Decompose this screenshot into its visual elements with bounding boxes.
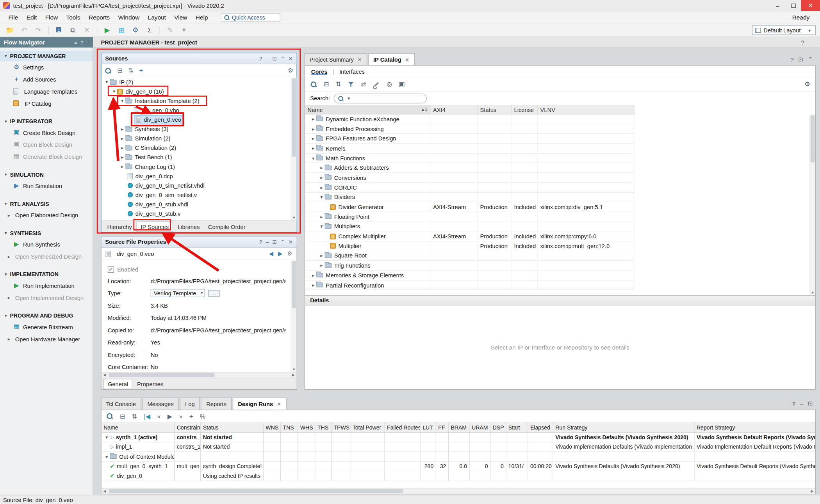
sidebar-item-run-implementation[interactable]: ▶ Run Implementation	[0, 280, 93, 292]
ip-category-row[interactable]: ▸Conversions	[305, 173, 635, 183]
run-icon[interactable]: ▶	[102, 25, 113, 35]
expand-chevron[interactable]: ▸	[310, 126, 316, 131]
tab-ip-sources[interactable]: IP Sources	[137, 221, 173, 232]
copy-icon[interactable]: ⧉	[67, 25, 78, 35]
expand-chevron[interactable]: ▸	[319, 214, 325, 219]
scrollbar-track[interactable]	[108, 373, 290, 378]
sidebar-item-run-simulation[interactable]: ▶ Run Simulation	[0, 180, 93, 192]
column-vlnv[interactable]: VLNV	[538, 105, 635, 114]
search-icon[interactable]	[105, 67, 111, 74]
vertical-scrollbar[interactable]: ▼	[291, 77, 297, 220]
column-tpws[interactable]: TPWS	[332, 422, 350, 432]
expand-chevron[interactable]: ▸	[319, 253, 325, 258]
column-ff[interactable]: FF	[436, 422, 449, 432]
expand-chevron-icon[interactable]: ▸	[6, 254, 12, 259]
expand-all-icon[interactable]: ⇅	[336, 80, 341, 88]
close-icon[interactable]: ✕	[277, 401, 281, 407]
minimize-icon[interactable]: –	[809, 39, 812, 45]
column-wns[interactable]: WNS	[264, 422, 281, 432]
expand-all-icon[interactable]: ⇅	[132, 412, 137, 420]
minimize-icon[interactable]: –	[266, 56, 269, 62]
tree-item-synthesis[interactable]: ▸Synthesis (3)	[102, 124, 297, 134]
percent-icon[interactable]: %	[200, 412, 205, 420]
section-header-simulation[interactable]: ▾ SIMULATION	[0, 169, 93, 180]
menu-flow[interactable]: Flow	[41, 12, 62, 22]
close-window-button[interactable]: ✕	[801, 0, 820, 11]
sidebar-item-run-synthesis[interactable]: ▶ Run Synthesis	[0, 238, 93, 250]
sidebar-item-language-templates[interactable]: Language Templates	[0, 85, 93, 97]
details-header[interactable]: Details	[305, 295, 815, 306]
tree-item-stub-vhdl[interactable]: div_gen_0_stub.vhdl	[102, 200, 297, 209]
subtab-cores[interactable]: Cores	[311, 68, 328, 75]
tab-ip-catalog[interactable]: IP Catalog ✕	[368, 53, 415, 66]
tree-item-c-simulation[interactable]: ▸C Simulation (2)	[102, 143, 297, 153]
tree-item-div-gen-0-dcp[interactable]: div_gen_0.dcp	[102, 171, 297, 181]
menu-file[interactable]: File	[4, 12, 22, 22]
wrench-icon[interactable]	[373, 81, 380, 87]
collapse-icon[interactable]: ⌃	[280, 239, 285, 245]
expand-chevron[interactable]: ▸	[319, 165, 325, 170]
quick-access-search[interactable]: Quick Access	[221, 13, 280, 22]
open-project-icon[interactable]: 📁	[4, 25, 16, 35]
ip-category-row[interactable]: ▸Trig Functions	[305, 261, 635, 271]
scroll-right-icon[interactable]: ▶	[290, 373, 296, 377]
scrollbar-thumb[interactable]	[109, 373, 215, 377]
expand-chevron[interactable]: ▾	[319, 224, 325, 229]
sidebar-item-open-block-design[interactable]: ▣ Open Block Design	[0, 138, 93, 151]
tab-properties[interactable]: Properties	[134, 379, 167, 389]
ip-category-row[interactable]: ▸CORDIC	[305, 183, 635, 192]
close-icon[interactable]: ✕	[405, 57, 409, 62]
column-tns[interactable]: TNS	[281, 422, 298, 432]
column-whs[interactable]: WHS	[298, 422, 315, 432]
collapse-icon[interactable]: ⌃	[280, 56, 285, 62]
expand-chevron-icon[interactable]: ▸	[6, 336, 12, 341]
column-status[interactable]: Status	[478, 105, 512, 114]
menu-layout[interactable]: Layout	[144, 12, 170, 22]
sidebar-item-create-block-design[interactable]: ▣ Create Block Design	[0, 126, 93, 138]
restart-run-icon[interactable]: |◀	[144, 412, 150, 420]
close-icon[interactable]: ✕	[289, 239, 293, 245]
ip-category-row[interactable]: ▾Math Functions	[305, 153, 635, 163]
run-row-div-gen-0[interactable]: ✔div_gen_0 Using cached IP results	[102, 471, 815, 481]
column-dsp[interactable]: DSP	[490, 422, 506, 432]
delete-icon[interactable]: ✕	[81, 25, 93, 35]
tree-item-div-gen-0[interactable]: ▾div_gen_0 (16)	[102, 87, 297, 96]
help-icon[interactable]: ?	[80, 39, 83, 45]
ip-category-row[interactable]: ▸Floating Point	[305, 212, 635, 222]
column-report-strategy[interactable]: Report Strategy	[695, 422, 815, 432]
column-constraints[interactable]: Constraints	[175, 422, 201, 432]
sidebar-item-open-implemented-design[interactable]: ▸ Open Implemented Design	[0, 291, 93, 303]
tree-item-change-log[interactable]: ▸Change Log (1)	[102, 162, 297, 171]
sidebar-item-open-synthesized-design[interactable]: ▸ Open Synthesized Design	[0, 250, 93, 263]
float-icon[interactable]: ⊡	[273, 239, 277, 245]
stop-icon[interactable]: ▣	[399, 80, 405, 88]
tree-item-sim-netlist-v[interactable]: div_gen_0_sim_netlist.v	[102, 190, 297, 199]
tree-item-stub-v[interactable]: div_gen_0_stub.v	[102, 209, 297, 218]
menu-edit[interactable]: Edit	[22, 12, 41, 22]
scrollbar-thumb[interactable]	[292, 261, 296, 309]
properties-panel-header[interactable]: Source File Properties ? – ⊡ ⌃ ✕	[102, 237, 297, 248]
settings-gear-icon[interactable]: ⚙	[130, 25, 141, 35]
column-lut[interactable]: LUT	[421, 422, 436, 432]
section-header-synthesis[interactable]: ▾ SYNTHESIS	[0, 228, 93, 238]
sum-icon[interactable]: Σ	[144, 25, 155, 35]
flow-reports-icon[interactable]: ▦	[116, 25, 127, 35]
target-icon[interactable]: ◎	[387, 80, 392, 88]
column-axi4[interactable]: AXI4	[430, 105, 478, 114]
sidebar-item-generate-bitstream[interactable]: ▦ Generate Bitstream	[0, 321, 93, 333]
collapse-all-icon[interactable]: ⊟	[120, 412, 125, 420]
expand-chevron[interactable]: ▸	[119, 145, 125, 150]
tab-messages[interactable]: Messages	[142, 398, 179, 410]
section-header-program-and-debug[interactable]: ▾ PROGRAM AND DEBUG	[0, 311, 93, 321]
undo-icon[interactable]: ↶	[18, 25, 30, 35]
section-header-project-manager[interactable]: ▾ PROJECT MANAGER	[0, 51, 93, 61]
sidebar-item-open-elaborated-design[interactable]: ▸ Open Elaborated Design	[0, 209, 93, 221]
search-icon[interactable]	[106, 413, 113, 419]
resume-run-icon[interactable]: ▶	[168, 412, 172, 420]
scrollbar-track[interactable]	[108, 488, 809, 493]
expand-chevron[interactable]: ▸	[319, 175, 325, 180]
float-icon[interactable]: ⊡	[798, 56, 803, 62]
close-icon[interactable]: ✕	[289, 56, 293, 62]
vertical-scrollbar[interactable]: ▼	[291, 260, 297, 372]
column-license[interactable]: License	[512, 105, 538, 114]
